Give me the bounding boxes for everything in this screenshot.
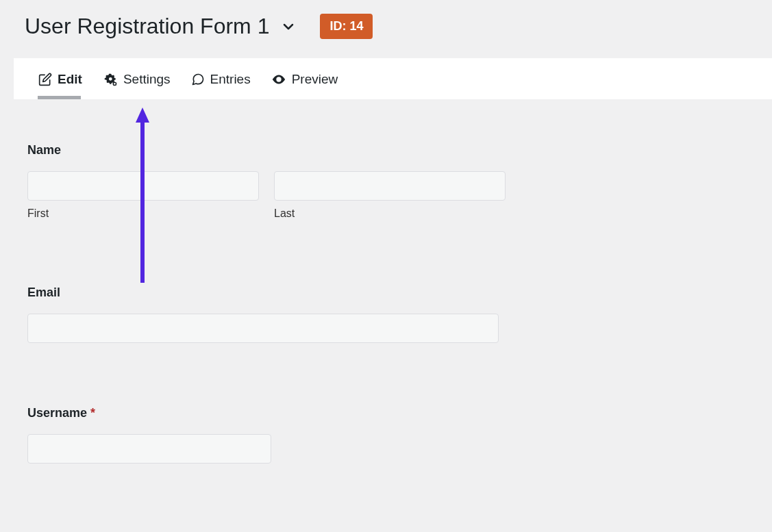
active-tab-underline [38, 96, 81, 99]
tab-preview[interactable]: Preview [271, 72, 338, 87]
tab-settings-label: Settings [123, 72, 171, 87]
username-input[interactable] [27, 434, 271, 464]
svg-point-1 [277, 78, 280, 81]
svg-point-0 [113, 82, 116, 85]
email-field-block[interactable]: Email [27, 286, 758, 343]
comment-icon [191, 73, 205, 86]
first-name-sublabel: First [27, 207, 259, 220]
username-label-text: Username [27, 406, 87, 420]
first-name-input[interactable] [27, 171, 259, 201]
email-field-label: Email [27, 286, 758, 300]
username-field-label: Username * [27, 406, 758, 420]
last-name-input[interactable] [274, 171, 506, 201]
tab-entries-label: Entries [210, 72, 251, 87]
form-switcher-dropdown[interactable] [280, 18, 297, 35]
tab-edit-label: Edit [58, 72, 82, 87]
name-field-label: Name [27, 143, 758, 157]
name-field-block[interactable]: Name First Last [27, 143, 758, 220]
tab-edit[interactable]: Edit [38, 72, 82, 87]
edit-icon [38, 73, 52, 86]
eye-icon [271, 72, 286, 87]
email-input[interactable] [27, 314, 499, 343]
last-name-sublabel: Last [274, 207, 506, 220]
page-title: User Registration Form 1 [25, 14, 269, 39]
required-indicator: * [90, 406, 95, 420]
tab-entries[interactable]: Entries [191, 72, 251, 87]
chevron-down-icon [280, 18, 297, 35]
page-header: User Registration Form 1 ID: 14 [0, 0, 772, 58]
form-toolbar: Edit Settings Entries Preview [14, 58, 772, 99]
tab-settings[interactable]: Settings [103, 72, 171, 87]
tab-preview-label: Preview [292, 72, 338, 87]
form-id-badge: ID: 14 [320, 14, 373, 39]
form-editor-canvas: Name First Last Email Username * [14, 99, 772, 464]
username-field-block[interactable]: Username * [27, 406, 758, 464]
gears-icon [103, 72, 118, 87]
